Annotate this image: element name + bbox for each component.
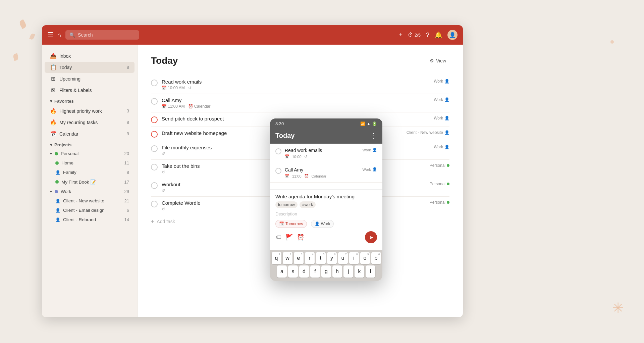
key-o[interactable]: o9: [360, 252, 370, 264]
key-d[interactable]: d: [299, 265, 309, 278]
quick-add-description[interactable]: Description: [275, 211, 377, 216]
karma-badge: ⏱ 2/5: [408, 32, 421, 38]
task-checkbox-5[interactable]: [151, 145, 158, 152]
projects-label: Projects: [54, 142, 71, 147]
add-task-icon: +: [151, 218, 154, 225]
recur-icon-6: ↺: [162, 170, 165, 175]
sidebar-item-family[interactable]: 👤 Family 8: [45, 168, 135, 177]
task-right-2: Work 👤: [434, 97, 449, 102]
sidebar-item-personal[interactable]: ▾ Personal 20: [45, 149, 135, 158]
client-rebrand-label: Client - Rebrand: [63, 217, 120, 222]
task-checkbox-8[interactable]: [151, 201, 158, 207]
highest-priority-label: Highest priority work: [59, 108, 119, 114]
person-tag-icon-2: 👤: [444, 97, 449, 102]
key-s[interactable]: s: [288, 265, 298, 278]
sidebar-item-highest-priority[interactable]: 🔥 Highest priority work 3: [45, 105, 135, 116]
key-g[interactable]: g: [321, 265, 331, 278]
calendar-small-icon-2: 📅: [162, 104, 167, 109]
key-a[interactable]: a: [277, 265, 287, 278]
add-task-label: Add task: [157, 219, 175, 224]
keyboard-row-2: a s d f g h j k l: [271, 265, 381, 278]
sidebar-item-upcoming[interactable]: ⊞ Upcoming: [45, 73, 135, 84]
key-f[interactable]: f: [310, 265, 320, 278]
sidebar-item-calendar[interactable]: 📅 Calendar 9: [45, 128, 135, 139]
calendar-btn-icon: 📅: [279, 222, 284, 226]
sidebar-item-client-rebrand[interactable]: 👤 Client - Rebrand 14: [45, 215, 135, 224]
key-k[interactable]: k: [355, 265, 364, 278]
page-header: Today ⚙ View: [151, 55, 449, 66]
mobile-task-checkbox-2[interactable]: [275, 168, 281, 174]
task-checkbox-1[interactable]: [151, 80, 158, 86]
help-icon[interactable]: ?: [426, 32, 429, 39]
project-tag-1: Work 👤: [434, 79, 449, 84]
sidebar-item-inbox[interactable]: 📥 Inbox: [45, 50, 135, 61]
book-count: 17: [122, 180, 129, 185]
task-checkbox-4[interactable]: [151, 131, 158, 138]
personal-dot: [55, 152, 58, 155]
key-r[interactable]: r4: [305, 252, 315, 264]
project-button[interactable]: 👤 Work: [311, 220, 334, 228]
filter-icon: ⊠: [50, 87, 56, 93]
mobile-cal-icon-2: 📅: [285, 174, 289, 178]
date-button[interactable]: 📅 Tomorrow: [275, 220, 307, 228]
key-j[interactable]: j: [343, 265, 353, 278]
mobile-task-item-partial: [270, 183, 382, 189]
sidebar-item-client-new[interactable]: 👤 Client - New website 21: [45, 196, 135, 205]
search-bar[interactable]: 🔍: [65, 30, 139, 40]
key-q[interactable]: q1: [272, 252, 281, 264]
task-checkbox-6[interactable]: [151, 164, 158, 170]
tag-work[interactable]: #work: [300, 201, 316, 208]
chevron-down-icon-projects: ▾: [50, 142, 52, 147]
mobile-task-item-1: Read work emails 📅 10:00 ↺ Work 👤: [270, 144, 382, 163]
task-checkbox-3[interactable]: [151, 116, 158, 123]
key-h[interactable]: h: [332, 265, 342, 278]
tag-tomorrow[interactable]: tomorrow: [275, 201, 298, 208]
reminder-icon[interactable]: ⏰: [297, 234, 304, 241]
task-checkbox-7[interactable]: [151, 182, 158, 189]
task-calendar-label-2: ⏰ Calendar: [188, 104, 211, 109]
family-icon: 👤: [55, 170, 60, 175]
key-t[interactable]: t5: [316, 252, 326, 264]
task-checkbox-2[interactable]: [151, 98, 158, 105]
sidebar-item-filters[interactable]: ⊠ Filters & Labels: [45, 85, 135, 96]
sidebar-item-work[interactable]: ▾ Work 29: [45, 187, 135, 196]
project-tag-2: Work 👤: [434, 97, 449, 102]
quick-add-task-text: Write agenda for Monday's meeting: [275, 194, 377, 199]
mobile-more-icon[interactable]: ⋮: [370, 132, 377, 140]
task-time-2: 📅 11:00 AM: [162, 104, 185, 109]
sidebar-item-home[interactable]: Home 11: [45, 158, 135, 167]
mobile-task-checkbox-1[interactable]: [275, 148, 281, 154]
view-button[interactable]: ⚙ View: [426, 56, 449, 65]
sidebar-item-client-email[interactable]: 👤 Client - Email design 6: [45, 206, 135, 215]
book-dot: [55, 180, 59, 184]
flag-icon[interactable]: 🏷: [275, 234, 281, 241]
add-icon[interactable]: +: [399, 32, 402, 39]
mobile-clock-icon-2: ⏰: [304, 174, 309, 178]
send-button[interactable]: ➤: [365, 231, 377, 243]
key-w[interactable]: w2: [283, 252, 292, 264]
sidebar-item-recurring[interactable]: 🔥 My recurring tasks 8: [45, 117, 135, 128]
mobile-overlay: 8:30 📶 ▲ 🔋 Today ⋮: [270, 118, 382, 281]
mobile-task-list: Read work emails 📅 10:00 ↺ Work 👤: [270, 144, 382, 189]
favorites-header[interactable]: ▾ Favorites: [45, 96, 135, 105]
key-i[interactable]: i8: [349, 252, 359, 264]
home-icon[interactable]: ⌂: [57, 31, 61, 39]
task-content-1: Read work emails 📅 10:00 AM ↺: [162, 79, 430, 90]
fire-icon-2: 🔥: [50, 119, 56, 126]
bell-icon[interactable]: 🔔: [435, 31, 442, 39]
client-new-count: 21: [122, 198, 129, 203]
key-u[interactable]: u7: [338, 252, 348, 264]
key-l[interactable]: l: [366, 265, 375, 278]
key-p[interactable]: p0: [371, 252, 381, 264]
sidebar-item-book[interactable]: My First Book 📝 17: [45, 177, 135, 187]
avatar[interactable]: 👤: [447, 30, 458, 40]
mobile-task-content-2: Call Amy 📅 11:00 ⏰ Calendar: [285, 167, 359, 178]
quick-add-tags: tomorrow #work: [275, 201, 377, 208]
search-input[interactable]: [78, 32, 128, 38]
menu-icon[interactable]: ☰: [47, 31, 53, 39]
key-y[interactable]: y6: [327, 252, 337, 264]
projects-header[interactable]: ▾ Projects: [45, 140, 135, 149]
priority-flag-icon[interactable]: 🚩: [285, 234, 293, 241]
key-e[interactable]: e3: [294, 252, 304, 264]
sidebar-item-today[interactable]: 📋 Today 8: [45, 62, 135, 73]
